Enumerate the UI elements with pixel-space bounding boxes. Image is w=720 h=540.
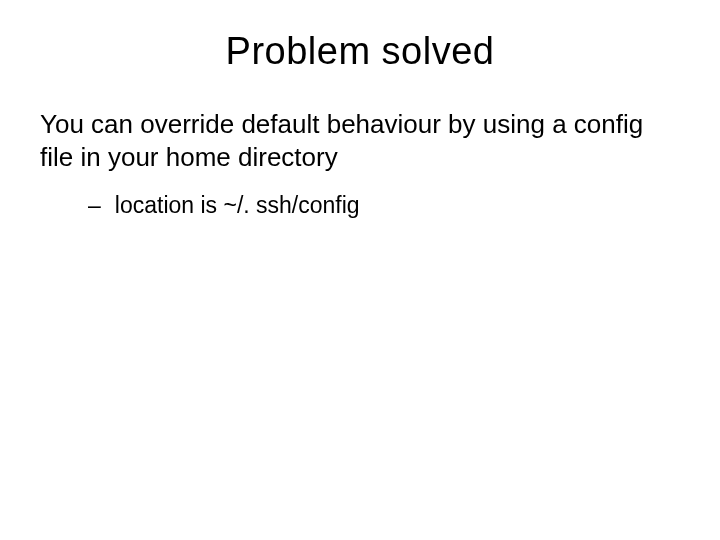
sub-bullet-item: – location is ~/. ssh/config [40,191,680,221]
slide-title: Problem solved [40,30,680,73]
slide-container: Problem solved You can override default … [0,0,720,540]
slide-body-text: You can override default behaviour by us… [40,108,680,173]
sub-bullet-text: location is ~/. ssh/config [115,191,360,221]
bullet-dash-icon: – [88,191,101,221]
